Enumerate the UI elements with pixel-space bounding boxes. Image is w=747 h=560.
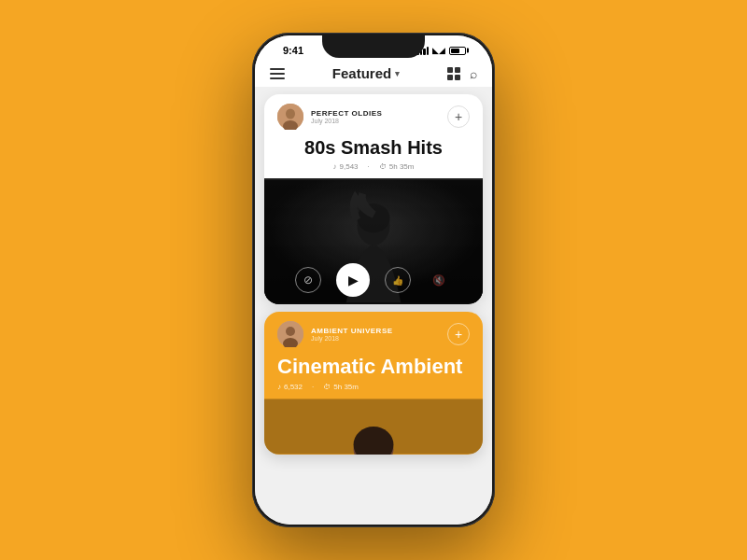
chevron-down-icon: ▾ [395,69,400,78]
card-2-video-content [264,399,483,455]
menu-button[interactable] [270,68,285,79]
card-2-title: Cinematic Ambient [264,353,483,383]
play-button[interactable]: ▶ [336,263,370,297]
card-2-user: AMBIENT UNIVERSE July 2018 [277,321,393,347]
card-2-duration: ⏱ 5h 35m [323,383,359,391]
grid-cell [447,75,453,80]
svg-point-8 [286,327,295,336]
notch [322,35,425,58]
video-controls: ⊘ ▶ 👍 🔇 [264,263,483,297]
card-2-user-info: AMBIENT UNIVERSE July 2018 [311,327,393,342]
block-icon: ⊘ [303,273,313,287]
card-1-date: July 2018 [311,118,382,124]
search-button[interactable]: ⌕ [470,66,477,81]
card-1-user-info: PERFECT OLDIES July 2018 [311,109,382,124]
card-2-meta: ♪ 6,532 · ⏱ 5h 35m [264,383,483,399]
card-2-header: AMBIENT UNIVERSE July 2018 + [264,312,483,353]
svg-point-1 [286,109,295,119]
card-1-header: PERFECT OLDIES July 2018 + [264,94,483,135]
like-button[interactable]: 👍 [385,267,411,293]
hamburger-line-1 [270,68,285,70]
nav-title[interactable]: Featured ▾ [332,65,400,81]
card-1-duration: ⏱ 5h 35m [379,162,415,171]
scroll-content: PERFECT OLDIES July 2018 + 80s Smash Hit… [255,87,492,525]
card-2-likes: ♪ 6,532 [277,383,303,391]
nav-title-text: Featured [332,65,391,81]
grid-view-button[interactable] [447,67,460,80]
card-2-date: July 2018 [311,335,393,342]
card-1-likes-count: 9,543 [340,162,359,171]
card-1-add-button[interactable]: + [447,105,470,128]
card-2-video[interactable] [264,399,483,455]
card-1-video[interactable]: ⊘ ▶ 👍 🔇 [264,178,483,304]
card-1-likes: ♪ 9,543 [333,162,359,171]
like-icon-2: ♪ [277,383,281,391]
card-cinematic-ambient: AMBIENT UNIVERSE July 2018 + Cinematic A… [264,312,483,455]
card-1-duration-text: 5h 35m [389,162,415,171]
phone-screen: 9:41 ◣◢ Feature [255,35,492,525]
status-icons: ◣◢ [416,46,473,55]
mute-button[interactable]: 🔇 [426,267,452,293]
phone-frame: 9:41 ◣◢ Feature [252,33,495,527]
grid-cell [447,67,453,73]
card-1-username: PERFECT OLDIES [311,109,382,118]
clock-icon-2: ⏱ [323,383,331,391]
grid-cell [455,67,460,73]
card-2-likes-count: 6,532 [284,383,303,391]
card-1-title: 80s Smash Hits [264,135,483,162]
battery-icon [449,47,466,55]
wifi-icon: ◣◢ [432,46,445,55]
thumbs-up-icon: 👍 [392,275,403,286]
card-1-meta: ♪ 9,543 · ⏱ 5h 35m [264,162,483,178]
hamburger-line-2 [270,73,285,75]
card-2-add-button[interactable]: + [447,323,470,345]
block-button[interactable]: ⊘ [295,267,321,293]
nav-bar: Featured ▾ ⌕ [255,60,492,87]
nav-right: ⌕ [447,66,477,81]
card-80s-smash-hits: PERFECT OLDIES July 2018 + 80s Smash Hit… [264,94,483,304]
clock-icon: ⏱ [379,162,387,171]
status-time: 9:41 [274,45,303,56]
hamburger-line-3 [270,77,285,79]
play-icon: ▶ [348,273,359,287]
mute-icon: 🔇 [432,274,445,287]
grid-cell [455,75,460,80]
card-2-username: AMBIENT UNIVERSE [311,327,393,335]
like-icon: ♪ [333,162,337,171]
avatar-ambient-universe [277,321,303,347]
card-1-user: PERFECT OLDIES July 2018 [277,104,382,130]
avatar-perfect-oldies [277,104,303,130]
card-2-duration-text: 5h 35m [333,383,359,391]
